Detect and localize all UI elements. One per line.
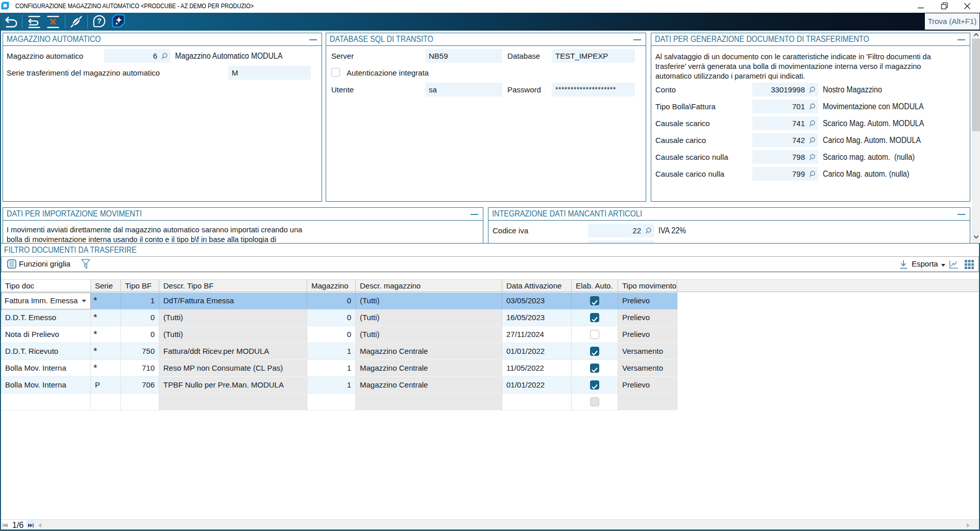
svg-text:?: ? (97, 17, 102, 25)
